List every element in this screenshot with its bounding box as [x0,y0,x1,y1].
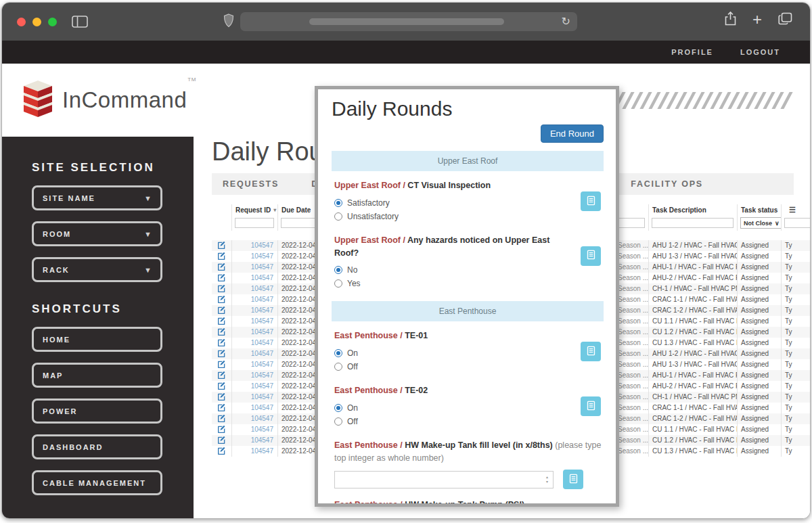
request-id-link[interactable]: 104547 [232,283,278,294]
request-id-header[interactable]: Request ID▾ [232,204,278,216]
edit-icon[interactable] [212,381,232,392]
refresh-icon[interactable]: ↻ [562,16,570,27]
radio-option[interactable]: Yes [334,278,572,289]
new-tab-icon[interactable]: + [752,12,762,28]
minimize-window-button[interactable] [32,18,41,26]
request-id-link[interactable]: 104547 [232,413,278,424]
task-description-cell: CU 1.2 / HVAC - Fall HVAC PM [649,327,738,338]
edit-icon[interactable] [212,370,232,381]
radio-button[interactable] [334,199,342,207]
shortcut-map[interactable]: MAP [32,363,162,388]
edit-icon[interactable] [212,392,232,403]
site-dropdown-rack[interactable]: RACK▼ [32,257,162,282]
spinner-icon[interactable]: ▴▾ [546,475,548,484]
radio-button[interactable] [334,404,342,412]
edit-icon[interactable] [212,348,232,359]
site-dropdown-room[interactable]: ROOM▼ [32,221,162,246]
sidebar-toggle-icon[interactable] [72,16,88,28]
request-id-link[interactable]: 104547 [232,294,278,305]
end-round-button[interactable]: End Round [541,124,604,143]
notes-button[interactable] [563,470,583,489]
logout-link[interactable]: LOGOUT [740,48,780,56]
profile-link[interactable]: PROFILE [671,48,713,56]
edit-icon[interactable] [212,359,232,370]
request-id-link[interactable]: 104547 [232,327,278,338]
notes-button[interactable] [581,191,601,211]
edit-icon[interactable] [212,240,232,251]
edit-icon[interactable] [212,273,232,283]
task-status-header[interactable]: Task status [738,204,782,216]
edit-icon[interactable] [212,424,232,435]
request-id-link[interactable]: 104547 [232,435,278,446]
request-id-link[interactable]: 104547 [232,262,278,273]
task-status-filter-dropdown[interactable]: Not Close∨ [740,217,782,229]
radio-button[interactable] [334,266,342,274]
shortcut-dashboard[interactable]: DASHBOARD [32,434,162,459]
edit-icon[interactable] [212,316,232,327]
tab-facility-ops[interactable]: FACILITY OPS [631,179,703,189]
season-filter-input[interactable] [617,218,645,228]
shortcut-home[interactable]: HOME [32,327,162,352]
request-id-link[interactable]: 104547 [232,370,278,381]
edit-icon[interactable] [212,327,232,338]
task-description-header[interactable]: Task Description [649,204,738,216]
edit-icon[interactable] [212,403,232,413]
radio-option[interactable]: No [334,265,572,275]
request-id-link[interactable]: 104547 [232,359,278,370]
radio-option[interactable]: Off [334,416,572,427]
radio-button[interactable] [334,212,342,221]
shortcut-power[interactable]: POWER [32,399,162,424]
request-id-link[interactable]: 104547 [232,338,278,348]
type-filter-input[interactable] [784,218,810,228]
edit-icon[interactable] [212,413,232,424]
close-window-button[interactable] [17,18,26,26]
radio-button[interactable] [334,363,342,371]
request-id-link[interactable]: 104547 [232,381,278,392]
radio-option[interactable]: Off [334,361,572,372]
edit-icon[interactable] [212,294,232,305]
edit-icon[interactable] [212,251,232,262]
radio-option[interactable]: On [334,403,572,413]
edit-icon[interactable] [212,262,232,273]
site-dropdown-site-name[interactable]: SITE NAME▼ [32,185,162,210]
number-input[interactable]: ▴▾ [334,471,554,488]
question-location-prefix: East Penthouse [334,440,398,450]
edit-icon[interactable] [212,283,232,294]
address-bar[interactable]: ↻ [240,12,577,31]
request-id-link[interactable]: 104547 [232,446,278,457]
task-description-filter-input[interactable] [652,218,734,228]
tab-overview-icon[interactable] [778,12,792,28]
shortcut-label: POWER [43,407,78,415]
spinner-up-icon[interactable]: ▴ [546,475,548,480]
shortcut-cable-management[interactable]: CABLE MANAGEMENT [32,470,162,495]
radio-button[interactable] [334,279,342,288]
request-id-link[interactable]: 104547 [232,305,278,316]
request-id-link[interactable]: 104547 [232,392,278,403]
request-id-link[interactable]: 104547 [232,348,278,359]
spinner-down-icon[interactable]: ▾ [546,480,548,484]
radio-option[interactable]: Satisfactory [334,198,572,208]
request-id-filter-input[interactable] [235,218,274,228]
radio-option[interactable]: On [334,348,572,359]
edit-icon[interactable] [212,338,232,348]
notes-button[interactable] [581,246,601,266]
edit-icon[interactable] [212,435,232,446]
share-icon[interactable] [725,12,736,28]
maximize-window-button[interactable] [48,18,57,26]
edit-icon[interactable] [212,446,232,457]
radio-button[interactable] [334,349,342,357]
request-id-link[interactable]: 104547 [232,273,278,283]
type-cell: Ty [782,370,810,381]
request-id-link[interactable]: 104547 [232,240,278,251]
tab-requests[interactable]: REQUESTS [223,179,279,189]
notes-button[interactable] [581,396,601,416]
edit-icon[interactable] [212,305,232,316]
request-id-link[interactable]: 104547 [232,424,278,435]
request-id-link[interactable]: 104547 [232,316,278,327]
column-menu-icon[interactable]: ☰ [789,206,796,214]
radio-button[interactable] [334,417,342,426]
radio-option[interactable]: Unsatisfactory [334,211,572,222]
notes-button[interactable] [581,342,601,361]
request-id-link[interactable]: 104547 [232,403,278,413]
request-id-link[interactable]: 104547 [232,251,278,262]
